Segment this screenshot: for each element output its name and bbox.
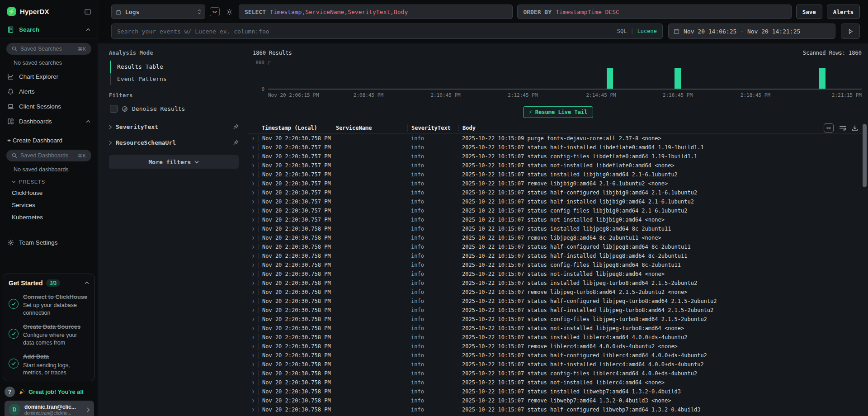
histogram-bar[interactable] (675, 68, 681, 89)
expand-row-icon[interactable]: ❯ (248, 272, 258, 276)
expand-row-icon[interactable]: ❯ (248, 245, 258, 249)
run-query-button[interactable] (841, 24, 860, 39)
expand-row-icon[interactable]: ❯ (248, 263, 258, 267)
expand-row-icon[interactable]: ❯ (248, 281, 258, 285)
get-started-item[interactable]: Add Data Start sending logs, metrics, or… (9, 352, 89, 376)
sidebar-collapse-icon[interactable] (84, 8, 91, 15)
col-body[interactable]: Body (458, 125, 818, 131)
create-dashboard-button[interactable]: + Create Dashboard (0, 133, 98, 148)
table-row[interactable]: ❯ Nov 20 2:20:30.758 PM info 2025-10-22 … (248, 405, 868, 414)
pin-icon[interactable] (233, 124, 239, 130)
expand-row-icon[interactable]: ❯ (248, 199, 258, 204)
expand-row-icon[interactable]: ❯ (248, 371, 258, 376)
expand-row-icon[interactable]: ❯ (248, 227, 258, 231)
expand-row-icon[interactable]: ❯ (248, 136, 258, 141)
source-settings-button[interactable] (224, 5, 234, 19)
order-by-input[interactable]: ORDER BY TimestampTime DESC (517, 5, 791, 19)
table-row[interactable]: ❯ Nov 20 2:20:30.758 PM info 2025-10-22 … (248, 134, 868, 143)
expand-row-icon[interactable]: ❯ (248, 181, 258, 186)
expand-row-icon[interactable]: ❯ (248, 344, 258, 349)
table-row[interactable]: ❯ Nov 20 2:20:30.758 PM info 2025-10-22 … (248, 224, 868, 233)
chevron-up-icon[interactable] (86, 120, 90, 123)
get-started-item[interactable]: Create Data Sources Configure where your… (9, 322, 89, 346)
expand-row-icon[interactable]: ❯ (248, 163, 258, 168)
table-row[interactable]: ❯ Nov 20 2:20:30.757 PM info 2025-10-22 … (248, 143, 868, 152)
expand-row-icon[interactable]: ❯ (248, 172, 258, 177)
more-filters-button[interactable]: More filters (109, 155, 239, 169)
table-row[interactable]: ❯ Nov 20 2:20:30.758 PM info 2025-10-22 … (248, 324, 868, 333)
expand-row-icon[interactable]: ❯ (248, 353, 258, 358)
expand-row-icon[interactable]: ❯ (248, 190, 258, 195)
denoise-toggle[interactable]: Denoise Results (109, 103, 239, 119)
table-row[interactable]: ❯ Nov 20 2:20:30.758 PM info 2025-10-22 … (248, 396, 868, 405)
expand-row-icon[interactable]: ❯ (248, 208, 258, 213)
sidebar-item-team-settings[interactable]: Team Settings (0, 235, 98, 250)
table-row[interactable]: ❯ Nov 20 2:20:30.758 PM info 2025-10-22 … (248, 269, 868, 279)
saved-searches-input[interactable]: Saved Searches ⌘K (6, 43, 91, 55)
wrap-lines-button[interactable] (839, 125, 846, 131)
preset-link-kubernetes[interactable]: Kubernetes (0, 211, 98, 223)
table-row[interactable]: ❯ Nov 20 2:20:30.758 PM info 2025-10-22 … (248, 351, 868, 360)
alerts-button[interactable]: Alerts (827, 5, 860, 19)
save-button[interactable]: Save (796, 5, 822, 19)
denoise-checkbox[interactable] (110, 105, 118, 113)
expand-row-icon[interactable]: ❯ (248, 299, 258, 303)
table-row[interactable]: ❯ Nov 20 2:20:30.758 PM info 2025-10-22 … (248, 288, 868, 297)
expand-row-icon[interactable]: ❯ (248, 380, 258, 385)
table-row[interactable]: ❯ Nov 20 2:20:30.758 PM info 2025-10-22 … (248, 360, 868, 369)
sql-mode-button[interactable]: <> (210, 5, 220, 19)
table-row[interactable]: ❯ Nov 20 2:20:30.758 PM info 2025-10-22 … (248, 369, 868, 378)
table-row[interactable]: ❯ Nov 20 2:20:30.757 PM info 2025-10-22 … (248, 161, 868, 170)
histogram-bar[interactable] (607, 68, 613, 89)
expand-row-icon[interactable]: ❯ (248, 217, 258, 222)
facet-severity-text[interactable]: SeverityText (109, 119, 239, 135)
table-row[interactable]: ❯ Nov 20 2:20:30.758 PM info 2025-10-22 … (248, 233, 868, 242)
expand-row-icon[interactable]: ❯ (248, 154, 258, 159)
sidebar-item-dashboards[interactable]: Dashboards (0, 114, 98, 129)
expand-row-icon[interactable]: ❯ (248, 362, 258, 367)
select-clause-input[interactable]: SELECT Timestamp,ServiceName,SeverityTex… (239, 5, 513, 19)
expand-row-icon[interactable]: ❯ (248, 145, 258, 150)
lang-toggle-lucene[interactable]: Lucene (637, 28, 657, 34)
col-severity-text[interactable]: SeverityText (407, 125, 458, 131)
sidebar-item-search[interactable]: Search (0, 22, 98, 37)
histogram-bar[interactable] (819, 68, 826, 89)
expand-row-icon[interactable]: ❯ (248, 335, 258, 340)
expand-row-icon[interactable]: ❯ (248, 398, 258, 403)
expand-row-icon[interactable]: ❯ (248, 290, 258, 294)
sidebar-item-client-sessions[interactable]: Client Sessions (0, 99, 98, 114)
preset-link-services[interactable]: Services (0, 199, 98, 211)
col-timestamp[interactable]: Timestamp (Local) (258, 125, 332, 131)
expand-row-icon[interactable]: ❯ (248, 389, 258, 394)
table-row[interactable]: ❯ Nov 20 2:20:30.757 PM info 2025-10-22 … (248, 197, 868, 206)
pin-icon[interactable] (233, 140, 239, 146)
resume-live-tail-button[interactable]: ⚡ Resume Live Tail (523, 106, 594, 118)
expand-row-icon[interactable]: ❯ (248, 236, 258, 240)
expand-row-icon[interactable]: ❯ (248, 254, 258, 258)
expand-row-icon[interactable]: ❯ (248, 407, 258, 412)
table-row[interactable]: ❯ Nov 20 2:20:30.758 PM info 2025-10-22 … (248, 260, 868, 269)
user-menu[interactable]: D dominic.tran@clic... dominic.tran@clic… (5, 401, 94, 416)
code-view-button[interactable]: <> (824, 123, 834, 132)
chevron-up-icon[interactable] (86, 28, 90, 31)
preset-link-clickhouse[interactable]: ClickHouse (0, 187, 98, 199)
help-icon[interactable]: ? (5, 387, 15, 397)
source-select[interactable]: Logs (111, 5, 205, 19)
expand-row-icon[interactable]: ❯ (248, 326, 258, 331)
table-row[interactable]: ❯ Nov 20 2:20:30.757 PM info 2025-10-22 … (248, 188, 868, 197)
table-row[interactable]: ❯ Nov 20 2:20:30.757 PM info 2025-10-22 … (248, 179, 868, 188)
event-search-input[interactable]: Search your events w/ Lucene ex. column:… (111, 24, 663, 39)
table-row[interactable]: ❯ Nov 20 2:20:30.758 PM info 2025-10-22 … (248, 297, 868, 306)
sidebar-item-chart-explorer[interactable]: Chart Explorer (0, 69, 98, 84)
time-range-picker[interactable]: Nov 20 14:06:25 - Nov 20 14:21:25 (668, 24, 835, 39)
table-row[interactable]: ❯ Nov 20 2:20:30.758 PM info 2025-10-22 … (248, 306, 868, 315)
table-row[interactable]: ❯ Nov 20 2:20:30.758 PM info 2025-10-22 … (248, 387, 868, 396)
vertical-scrollbar[interactable] (863, 124, 867, 187)
table-row[interactable]: ❯ Nov 20 2:20:30.757 PM info 2025-10-22 … (248, 206, 868, 215)
table-row[interactable]: ❯ Nov 20 2:20:30.758 PM info 2025-10-22 … (248, 251, 868, 260)
table-row[interactable]: ❯ Nov 20 2:20:30.758 PM info 2025-10-22 … (248, 414, 868, 416)
table-row[interactable]: ❯ Nov 20 2:20:30.758 PM info 2025-10-22 … (248, 279, 868, 288)
chevron-up-icon[interactable] (85, 281, 89, 284)
lang-toggle-sql[interactable]: SQL (617, 28, 627, 34)
expand-row-icon[interactable]: ❯ (248, 308, 258, 312)
